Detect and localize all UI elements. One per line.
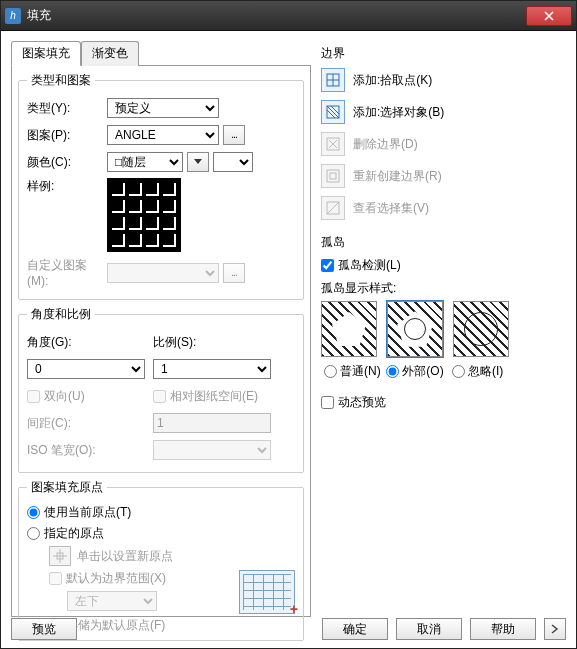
type-and-pattern-group: 类型和图案 类型(Y): 预定义 图案(P): ANGLE ... 颜色(C):… [18, 72, 304, 300]
view-selection-button [321, 196, 345, 220]
close-button[interactable] [526, 6, 572, 26]
titlebar[interactable]: h 填充 [1, 1, 576, 31]
custom-pattern-label: 自定义图案(M): [27, 257, 107, 288]
add-select-object-button[interactable] [321, 100, 345, 124]
tabstrip: 图案填充 渐变色 [11, 41, 311, 66]
specified-origin-radio[interactable]: 指定的原点 [27, 525, 295, 542]
island-style-normal[interactable] [321, 301, 377, 357]
chevron-right-icon [551, 624, 559, 634]
angle-scale-legend: 角度和比例 [27, 306, 95, 323]
ellipsis-icon: ... [231, 130, 236, 140]
set-origin-button [49, 546, 71, 566]
ellipsis-icon: ... [231, 268, 236, 278]
pattern-sample-swatch[interactable] [107, 178, 181, 252]
preview-button[interactable]: 预览 [11, 618, 77, 640]
recreate-boundary-icon [325, 168, 341, 184]
angle-and-scale-group: 角度和比例 角度(G): 比例(S): 0 1 双向(U) [18, 306, 304, 473]
svg-rect-4 [327, 170, 339, 182]
bgcolor-select[interactable]: ☑ [213, 152, 253, 172]
svg-rect-5 [330, 173, 336, 179]
island-detect-checkbox[interactable]: 孤岛检测(L) [321, 257, 566, 274]
scale-select[interactable]: 1 [153, 359, 271, 379]
color-dropdown-button[interactable] [187, 152, 209, 172]
select-object-icon [325, 104, 341, 120]
pattern-select[interactable]: ANGLE [107, 125, 219, 145]
hatch-origin-group: 图案填充原点 使用当前原点(T) 指定的原点 单击以设置新原点 [18, 479, 304, 641]
color-select[interactable]: □随层 [107, 152, 183, 172]
angle-select[interactable]: 0 [27, 359, 145, 379]
plus-icon: + [290, 601, 298, 617]
delete-boundary-button [321, 132, 345, 156]
dialog-body: 图案填充 渐变色 类型和图案 类型(Y): 预定义 图案(P): ANGLE .… [1, 31, 576, 648]
type-select[interactable]: 预定义 [107, 98, 219, 118]
boundary-legend: 边界 [321, 45, 566, 62]
origin-legend: 图案填充原点 [27, 479, 107, 496]
add-pick-point-button[interactable] [321, 68, 345, 92]
tab-gradient[interactable]: 渐变色 [81, 41, 139, 66]
delete-boundary-icon [325, 136, 341, 152]
spacing-input [153, 413, 271, 433]
double-checkbox: 双向(U) [27, 388, 153, 405]
dialog-button-bar: 预览 确定 取消 帮助 [11, 618, 566, 640]
iso-width-label: ISO 笔宽(O): [27, 442, 153, 459]
right-column: 边界 添加:拾取点(K) 添加:选择对象(B) 删除边界(D) [321, 41, 566, 638]
island-outer-radio[interactable]: 外部(O) [384, 363, 447, 380]
close-icon [544, 11, 554, 21]
add-select-object-label: 添加:选择对象(B) [353, 104, 444, 121]
type-label: 类型(Y): [27, 100, 107, 117]
tab-panel-hatch: 类型和图案 类型(Y): 预定义 图案(P): ANGLE ... 颜色(C):… [11, 65, 311, 617]
default-extent-checkbox: 默认为边界范围(X) [49, 570, 231, 587]
relative-paper-checkbox: 相对图纸空间(E) [153, 388, 258, 405]
color-label: 颜色(C): [27, 154, 107, 171]
cancel-button[interactable]: 取消 [396, 618, 462, 640]
view-selection-icon [325, 200, 341, 216]
scale-label: 比例(S): [153, 334, 196, 351]
pattern-label: 图案(P): [27, 127, 107, 144]
custom-pattern-select [107, 263, 219, 283]
island-style-outer[interactable] [387, 301, 443, 357]
island-legend: 孤岛 [321, 234, 566, 251]
add-pick-point-label: 添加:拾取点(K) [353, 72, 432, 89]
expand-options-button[interactable] [544, 618, 566, 640]
type-pattern-legend: 类型和图案 [27, 72, 95, 89]
origin-position-select: 左下 [67, 591, 157, 611]
chevron-down-icon [194, 159, 202, 165]
island-style-ignore[interactable] [453, 301, 509, 357]
ok-button[interactable]: 确定 [322, 618, 388, 640]
app-icon: h [5, 8, 21, 24]
origin-preview-icon: + [239, 570, 295, 614]
spacing-label: 间距(C): [27, 415, 153, 432]
recreate-boundary-button [321, 164, 345, 188]
use-current-origin-radio[interactable]: 使用当前原点(T) [27, 504, 295, 521]
recreate-boundary-label: 重新创建边界(R) [353, 168, 442, 185]
angle-label: 角度(G): [27, 334, 153, 351]
help-button[interactable]: 帮助 [470, 618, 536, 640]
hatch-dialog-window: h 填充 图案填充 渐变色 类型和图案 类型(Y): 预定义 图案(P) [0, 0, 577, 649]
island-style-label: 孤岛显示样式: [321, 280, 566, 297]
iso-width-select [153, 440, 271, 460]
dynamic-preview-checkbox[interactable]: 动态预览 [321, 394, 566, 411]
sample-label: 样例: [27, 178, 107, 195]
delete-boundary-label: 删除边界(D) [353, 136, 418, 153]
view-selection-label: 查看选择集(V) [353, 200, 429, 217]
pattern-browse-button[interactable]: ... [223, 125, 245, 145]
left-column: 图案填充 渐变色 类型和图案 类型(Y): 预定义 图案(P): ANGLE .… [11, 41, 311, 638]
custom-pattern-browse-button: ... [223, 263, 245, 283]
tab-hatch[interactable]: 图案填充 [11, 41, 81, 66]
window-title: 填充 [27, 7, 526, 24]
crosshair-icon [53, 549, 67, 563]
pick-point-icon [325, 72, 341, 88]
set-origin-label: 单击以设置新原点 [77, 548, 173, 565]
island-normal-radio[interactable]: 普通(N) [321, 363, 384, 380]
island-ignore-radio[interactable]: 忽略(I) [446, 363, 509, 380]
